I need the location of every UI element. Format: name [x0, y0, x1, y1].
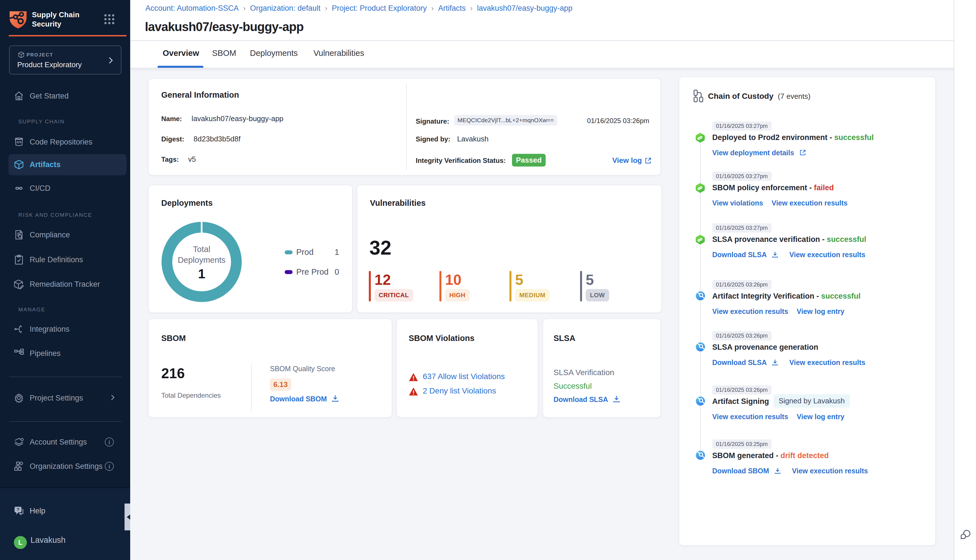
svg-text:?: ?: [17, 507, 19, 512]
